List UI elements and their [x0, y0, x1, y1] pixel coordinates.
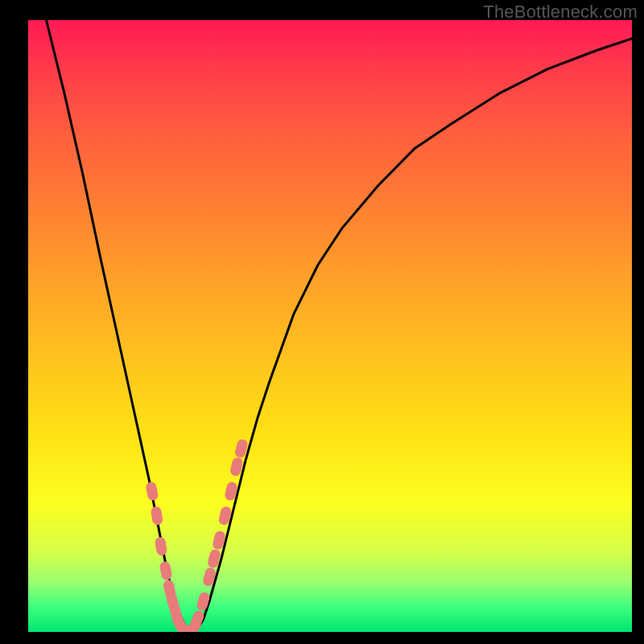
curve-marker	[146, 481, 159, 501]
curve-svg	[28, 20, 632, 632]
curve-marker	[159, 561, 172, 580]
bottleneck-curve	[47, 20, 633, 632]
plot-area	[28, 20, 632, 632]
watermark-label: TheBottleneck.com	[483, 2, 638, 23]
curve-marker	[155, 537, 167, 556]
curve-marker	[151, 506, 163, 526]
chart-frame: TheBottleneck.com	[0, 0, 644, 644]
curve-marker	[189, 609, 204, 630]
